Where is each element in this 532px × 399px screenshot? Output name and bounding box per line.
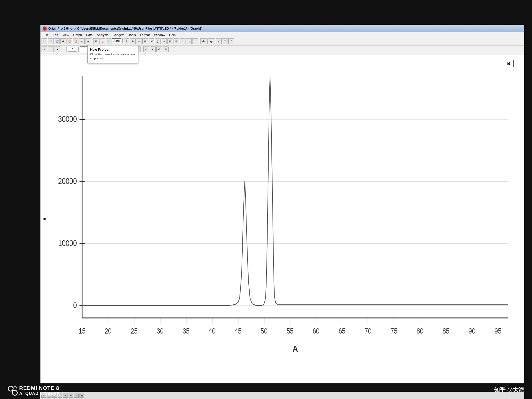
svg-text:50: 50 [261, 327, 268, 335]
tools-btn7[interactable]: ψ [161, 38, 167, 44]
phone-label: REDMI NOTE 8 AI QUAD CAMERA [8, 385, 60, 396]
tools-btn1[interactable]: T [124, 38, 129, 44]
zoom-btn[interactable]: 🔍 [106, 38, 111, 44]
paste-btn[interactable]: 📋 [73, 38, 78, 44]
menu-bar: File Edit View Graph Data Analysis Gadge… [41, 32, 524, 38]
new-file-btn[interactable]: 📄 [42, 38, 47, 44]
print-btn[interactable]: 🖨 [60, 38, 66, 44]
tools-btn5[interactable]: ⌘ [149, 38, 154, 44]
copy-btn[interactable]: 📋 [66, 38, 72, 44]
tools-btn10[interactable]: 📈 [180, 38, 185, 44]
tools-btn11[interactable]: 📉 [186, 38, 192, 44]
taskbar-icon8[interactable]: ▦ [79, 394, 84, 398]
zoom-input[interactable] [112, 38, 121, 43]
extra-btn3[interactable]: Z [228, 38, 234, 44]
open-btn[interactable]: 📂 [48, 38, 54, 44]
svg-text:65: 65 [338, 327, 345, 335]
menu-gadgets[interactable]: Gadgets [110, 33, 126, 37]
chart-btn[interactable]: 📊 [99, 38, 105, 44]
y-axis-label: B [42, 217, 47, 221]
tools-btn2[interactable]: ⊕ [130, 38, 136, 44]
taskbar-icon7[interactable]: 🔧 [74, 394, 79, 398]
svg-text:95: 95 [495, 327, 502, 335]
window-title: OriginPro 9 64-bit - C:\Users\DELL\Docum… [48, 27, 522, 30]
menu-tools[interactable]: Tools [127, 33, 138, 37]
svg-text:40: 40 [209, 327, 216, 335]
menu-data[interactable]: Data [84, 33, 95, 37]
menu-file[interactable]: File [42, 33, 51, 37]
title-bar: O OriginPro 9 64-bit - C:\Users\DELL\Doc… [41, 25, 524, 32]
menu-view[interactable]: View [60, 33, 71, 37]
menu-window[interactable]: Window [152, 33, 167, 37]
svg-text:70: 70 [364, 327, 371, 335]
undo-btn[interactable]: ↩ [79, 38, 85, 44]
value-input1[interactable] [68, 47, 77, 52]
svg-text:25: 25 [131, 327, 138, 335]
tools-btn4[interactable]: ▦ [142, 38, 148, 44]
separator5 [78, 47, 79, 52]
separator4 [66, 47, 66, 52]
menu-format[interactable]: Format [138, 33, 152, 37]
separator3 [199, 38, 199, 43]
camera-icon [8, 386, 18, 396]
draw-btn3[interactable]: ✦ [55, 46, 60, 52]
svg-text:20: 20 [105, 327, 112, 335]
tools-btn6[interactable]: ∑ [155, 38, 161, 44]
draw-btn2[interactable]: ⌒ [48, 46, 54, 52]
extra-btn2[interactable]: Y [222, 38, 228, 44]
app-window: O OriginPro 9 64-bit - C:\Users\DELL\Doc… [40, 25, 524, 383]
svg-text:85: 85 [442, 327, 449, 335]
tools-btn8[interactable]: ▤ [167, 38, 173, 44]
tools-btn3[interactable]: ≡ [136, 38, 142, 44]
abc-btn[interactable]: abc [200, 38, 208, 44]
toolbar-row1: 📄 📂 💾 🖨 📋 📋 ↩ ↪ ⊞ 📊 🔍 T ⊕ ≡ ▦ ⌘ ∑ ψ ▤ ▥ … [41, 38, 524, 46]
svg-text:35: 35 [183, 327, 190, 335]
grid-btn[interactable]: ⊞ [93, 38, 99, 44]
separator2 [122, 38, 123, 43]
eye-btn[interactable]: 👁 [163, 46, 169, 52]
data-line [82, 76, 508, 306]
menu-graph[interactable]: Graph [71, 33, 84, 37]
redo-btn[interactable]: ↪ [85, 38, 91, 44]
draw-btn1[interactable]: ✎ [42, 46, 47, 52]
watermark: 知乎 @大海 [494, 386, 524, 394]
menu-help[interactable]: Help [167, 33, 178, 37]
svg-text:80: 80 [416, 327, 423, 335]
svg-text:0: 0 [73, 301, 77, 310]
svg-text:75: 75 [390, 327, 397, 335]
separator1 [92, 38, 92, 43]
dropdown-title[interactable]: New Project [88, 46, 138, 52]
svg-text:45: 45 [235, 327, 242, 335]
new-project-dropdown: New Project Close this project and creat… [87, 45, 138, 63]
bottom-taskbar: 🖊 📊 📋 📈 ⊕ ⚙ 🔧 ▦ [40, 392, 524, 399]
tools-btn9[interactable]: ▥ [174, 38, 179, 44]
svg-text:55: 55 [287, 327, 294, 335]
taskbar-icon5[interactable]: ⊕ [63, 394, 68, 398]
gear-btn[interactable]: ⚙ [156, 46, 162, 52]
menu-analysis[interactable]: Analysis [95, 33, 111, 37]
phone-brand: REDMI NOTE 8 [19, 385, 60, 391]
dropdown-description: Close this project and create a new empt… [88, 52, 138, 62]
svg-text:30000: 30000 [58, 115, 77, 124]
extra-btn1[interactable]: X [216, 38, 222, 44]
circle-btn[interactable]: ⊙ [143, 46, 149, 52]
svg-text:15: 15 [79, 327, 86, 335]
tools-btn12[interactable]: + [192, 38, 198, 44]
phone-camera: AI QUAD CAMERA [19, 391, 60, 396]
separator8 [142, 47, 142, 52]
star-btn[interactable]: ★ [150, 46, 156, 52]
svg-text:60: 60 [312, 327, 320, 335]
taskbar-icon6[interactable]: ⚙ [69, 394, 73, 398]
chart-wrapper: 0 10000 20000 30000 15 20 25 30 35 40 [51, 57, 519, 368]
app-icon: O [43, 26, 47, 31]
color-box[interactable] [80, 46, 87, 52]
svg-text:90: 90 [469, 327, 476, 335]
svg-text:10000: 10000 [58, 239, 77, 248]
svg-text:20000: 20000 [58, 177, 77, 186]
svg-text:A: A [292, 344, 298, 354]
save-btn[interactable]: 💾 [54, 38, 60, 44]
graph-area: B B [41, 55, 524, 383]
menu-edit[interactable]: Edit [51, 33, 60, 37]
svg-text:30: 30 [157, 327, 164, 335]
xyz-btn[interactable]: xyz [208, 38, 215, 44]
